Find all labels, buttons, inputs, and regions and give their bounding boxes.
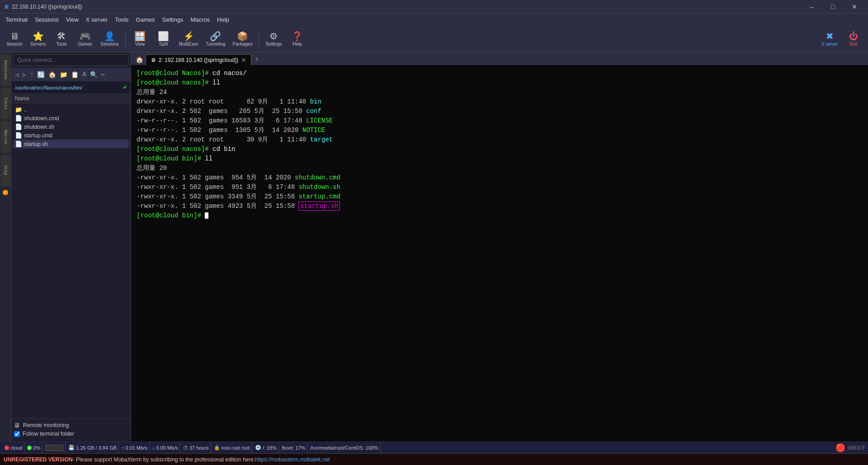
file-item-startup-sh[interactable]: 📄 startup.sh: [13, 140, 129, 148]
view-button[interactable]: 🪟 View: [129, 28, 151, 51]
app-icon: 🖥: [4, 4, 9, 10]
term-line-8: drwxr-xr-x. 2 root root 30 9月 1 11:40 ta…: [137, 135, 863, 145]
remote-monitoring-icon: 🖥: [14, 422, 20, 429]
tunneling-button[interactable]: 🔗 Tunneling: [203, 28, 228, 51]
status-user: 🔒 root root root: [212, 442, 252, 453]
file-item-label: startup.cmd: [24, 132, 52, 139]
multiexec-button[interactable]: ⚡ MultiExec: [176, 28, 201, 51]
menu-macros[interactable]: Macros: [187, 15, 213, 24]
status-dot-red: [5, 446, 9, 450]
status-upload: ↑ 0.01 Mb/s: [120, 442, 150, 453]
menu-help[interactable]: Help: [213, 15, 233, 24]
title-bar: 🖥 22.168.10.140 ([springcloud]) – □ ✕: [0, 0, 868, 14]
term-line-6: -rw-r--r--. 1 502 games 16583 3月 6 17:48…: [137, 116, 863, 126]
sidebar-tab-macros[interactable]: Macros: [0, 121, 10, 153]
status-disk2: /boot: 17%: [280, 442, 308, 453]
banner-link[interactable]: https://mobaxterm.mobatek.net: [255, 456, 330, 463]
help-icon: ❓: [292, 32, 303, 41]
status-download-text: 0.00 Mb/s: [156, 445, 178, 451]
status-right-icon: 🔴: [835, 443, 845, 453]
xserver-label: X server: [821, 42, 838, 47]
status-bar: cloud 0% 💾 1.26 GB / 3.84 GB ↑ 0.01 Mb/s…: [0, 442, 868, 453]
games-icon: 🎮: [80, 32, 91, 41]
session-button[interactable]: 🖥 Session: [4, 28, 25, 51]
tools-button[interactable]: 🛠 Tools: [51, 28, 72, 51]
follow-terminal-label: Follow terminal folder: [23, 431, 74, 437]
tunneling-label: Tunneling: [206, 42, 226, 47]
file-column-header: Name: [11, 94, 131, 103]
games-label: Games: [78, 42, 92, 47]
help-button[interactable]: ❓ Help: [287, 28, 308, 51]
user-icon: 🔒: [214, 445, 220, 451]
menu-settings[interactable]: Settings: [159, 15, 187, 24]
packages-button[interactable]: 📦 Packages: [230, 28, 255, 51]
menu-view[interactable]: View: [62, 15, 82, 24]
fp-btn-2[interactable]: ▷: [21, 70, 27, 80]
tab-home-button[interactable]: 🏠: [133, 54, 146, 65]
tab-bar: 🏠 🖥 2: 192.168.10.140 ([springcloud]) ✕ …: [131, 52, 868, 65]
file-item-shutdown-cmd[interactable]: 📄 shutdown.cmd: [13, 114, 129, 122]
file-item-parent[interactable]: 📁 ..: [13, 105, 129, 114]
menu-tools[interactable]: Tools: [111, 15, 132, 24]
term-line-1: [root@cloud Nacos]# cd nacos/: [137, 69, 863, 78]
term-line-10: [root@cloud bin]# ll: [137, 154, 863, 164]
menu-sessions[interactable]: Sessions: [31, 15, 62, 24]
file-panel-footer: 🖥 Remote monitoring Follow terminal fold…: [11, 418, 131, 442]
fp-btn-new[interactable]: 📁: [59, 70, 68, 80]
terminal-content[interactable]: [root@cloud Nacos]# cd nacos/ [root@clou…: [131, 65, 868, 442]
tab-active[interactable]: 🖥 2: 192.168.10.140 ([springcloud]) ✕: [146, 54, 251, 65]
xserver-button[interactable]: ✖ X server: [819, 28, 841, 51]
sessions-icon: 👤: [104, 32, 115, 41]
sessions-label: Sessions: [100, 42, 119, 47]
exit-button[interactable]: ⏻ Exit: [843, 28, 864, 51]
close-button[interactable]: ✕: [844, 0, 864, 14]
fp-btn-del[interactable]: ✂: [100, 70, 106, 80]
menu-xserver[interactable]: X server: [82, 15, 111, 24]
follow-terminal-checkbox[interactable]: [14, 431, 20, 437]
status-right: 🔴 动画汉字: [835, 443, 865, 453]
fp-btn-1[interactable]: ◁: [14, 70, 19, 80]
file-item-shutdown-sh[interactable]: 📄 shutdown.sh: [13, 122, 129, 131]
term-line-3: 总用量 24: [137, 88, 863, 97]
left-sidebar: Sessions Tools Macros Snip: [0, 52, 11, 442]
time-icon: ⏱: [183, 445, 188, 451]
split-button[interactable]: ⬜ Split: [153, 28, 175, 51]
fp-btn-text[interactable]: A: [81, 70, 87, 79]
status-memory: 💾 1.26 GB / 3.84 GB: [66, 442, 119, 453]
follow-terminal-item[interactable]: Follow terminal folder: [14, 431, 128, 437]
quick-connect-input[interactable]: [13, 54, 129, 66]
minimize-button[interactable]: –: [802, 0, 822, 14]
menu-terminal[interactable]: Terminal: [2, 15, 31, 24]
settings-label: Settings: [265, 42, 282, 47]
settings-button[interactable]: ⚙ Settings: [263, 28, 284, 51]
servers-button[interactable]: ⭐ Servers: [27, 28, 49, 51]
tab-close-button[interactable]: ✕: [241, 56, 246, 64]
sessions-button[interactable]: 👤 Sessions: [98, 28, 122, 51]
bottom-banner: UNREGISTERED VERSION - Please support Mo…: [0, 453, 868, 465]
file-icon: 📄: [15, 123, 22, 130]
maximize-button[interactable]: □: [823, 0, 843, 14]
remote-monitoring-item[interactable]: 🖥 Remote monitoring: [14, 422, 128, 429]
status-disk1: 💿 /: 18%: [253, 442, 279, 453]
menu-games[interactable]: Games: [132, 15, 159, 24]
fp-btn-refresh[interactable]: 🔄: [36, 70, 46, 80]
games-button[interactable]: 🎮 Games: [74, 28, 96, 51]
fp-btn-home[interactable]: 🏠: [47, 70, 57, 80]
help-label: Help: [292, 42, 302, 47]
fp-btn-copy[interactable]: 📋: [70, 70, 80, 80]
sidebar-tab-sessions[interactable]: Sessions: [0, 54, 10, 86]
fp-btn-3[interactable]: ↑: [29, 70, 34, 79]
new-tab-button[interactable]: +: [251, 54, 262, 65]
sidebar-tab-tools[interactable]: Tools: [0, 88, 10, 119]
term-line-15: -rwxr-xr-x. 1 502 games 4923 5月 25 15:58…: [137, 202, 863, 211]
xserver-icon: ✖: [826, 32, 834, 41]
file-item-label: startup.sh: [24, 141, 48, 147]
term-line-14: -rwxr-xr-x. 1 502 games 3349 5月 25 15:58…: [137, 192, 863, 202]
file-item-startup-cmd[interactable]: 📄 startup.cmd: [13, 131, 129, 140]
cursor: [205, 212, 208, 219]
sidebar-dot: [3, 190, 8, 195]
status-disk2-text: /boot: 17%: [282, 445, 306, 451]
fp-btn-filter[interactable]: 🔍: [89, 70, 99, 80]
sidebar-tab-snip[interactable]: Snip: [0, 155, 10, 186]
menu-bar: Terminal Sessions View X server Tools Ga…: [0, 14, 868, 26]
